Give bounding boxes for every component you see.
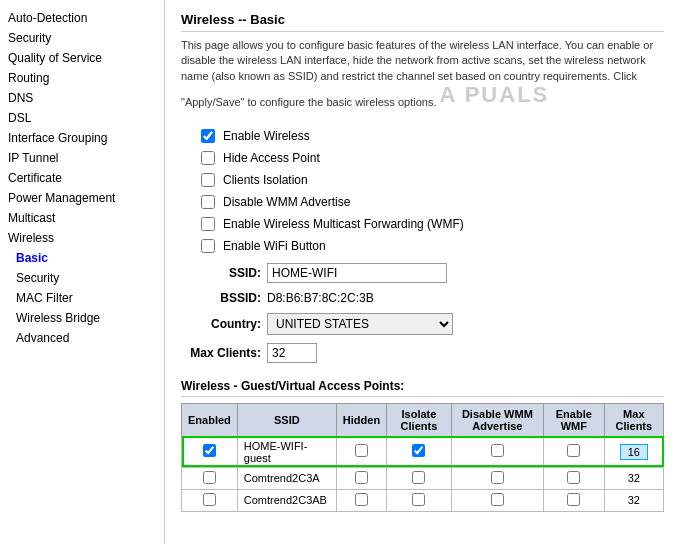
row-enabled-0[interactable]	[203, 444, 216, 457]
max-clients-label: Max Clients:	[181, 346, 261, 360]
sidebar-item-security[interactable]: Security	[0, 268, 164, 288]
sidebar-item-auto-detection[interactable]: Auto-Detection	[0, 8, 164, 28]
sidebar-item-routing[interactable]: Routing	[0, 68, 164, 88]
main-content: Wireless -- Basic This page allows you t…	[165, 0, 680, 544]
checkbox-2[interactable]	[201, 173, 215, 187]
checkbox-0[interactable]	[201, 129, 215, 143]
row-ssid-0: HOME-WIFI-guest	[237, 436, 336, 467]
bssid-row: BSSID: D8:B6:B7:8C:2C:3B	[181, 291, 664, 305]
checkbox-label-3: Disable WMM Advertise	[223, 195, 350, 209]
row-ssid-1: Comtrend2C3A	[237, 467, 336, 489]
sidebar-item-quality-of-service[interactable]: Quality of Service	[0, 48, 164, 68]
row-max-clients-input-0[interactable]	[620, 444, 648, 460]
table-header-1: SSID	[237, 403, 336, 436]
sidebar-item-mac-filter[interactable]: MAC Filter	[0, 288, 164, 308]
sidebar-item-ip-tunnel[interactable]: IP Tunnel	[0, 148, 164, 168]
country-row: Country: UNITED STATES	[181, 313, 664, 335]
sidebar-item-dns[interactable]: DNS	[0, 88, 164, 108]
checkbox-row-1: Hide Access Point	[181, 151, 664, 165]
max-clients-row: Max Clients:	[181, 343, 664, 363]
checkbox-label-2: Clients Isolation	[223, 173, 308, 187]
table-header-0: Enabled	[182, 403, 238, 436]
checkbox-label-0: Enable Wireless	[223, 129, 310, 143]
ssid-label: SSID:	[181, 266, 261, 280]
row-hidden-0[interactable]	[355, 444, 368, 457]
row-enabled-2[interactable]	[203, 493, 216, 506]
checkbox-3[interactable]	[201, 195, 215, 209]
sidebar: Auto-DetectionSecurityQuality of Service…	[0, 0, 165, 544]
watermark: A PUALS	[440, 80, 550, 111]
table-header-2: Hidden	[336, 403, 386, 436]
row-max-clients-1: 32	[604, 467, 663, 489]
sidebar-item-wireless-bridge[interactable]: Wireless Bridge	[0, 308, 164, 328]
checkbox-5[interactable]	[201, 239, 215, 253]
guest-table: EnabledSSIDHiddenIsolate ClientsDisable …	[181, 403, 664, 512]
page-title: Wireless -- Basic	[181, 12, 664, 32]
row-enabled-1[interactable]	[203, 471, 216, 484]
sidebar-item-advanced[interactable]: Advanced	[0, 328, 164, 348]
sidebar-item-security[interactable]: Security	[0, 28, 164, 48]
row-isolate-2[interactable]	[412, 493, 425, 506]
checkbox-row-4: Enable Wireless Multicast Forwarding (WM…	[181, 217, 664, 231]
table-header-row: EnabledSSIDHiddenIsolate ClientsDisable …	[182, 403, 664, 436]
checkbox-4[interactable]	[201, 217, 215, 231]
checkbox-row-0: Enable Wireless	[181, 129, 664, 143]
sidebar-item-certificate[interactable]: Certificate	[0, 168, 164, 188]
row-disable-wmm-2[interactable]	[491, 493, 504, 506]
checkbox-label-5: Enable WiFi Button	[223, 239, 326, 253]
sidebar-item-power-management[interactable]: Power Management	[0, 188, 164, 208]
row-hidden-2[interactable]	[355, 493, 368, 506]
sidebar-item-basic[interactable]: Basic	[0, 248, 164, 268]
page-description: This page allows you to configure basic …	[181, 38, 664, 115]
sidebar-item-wireless[interactable]: Wireless	[0, 228, 164, 248]
checkbox-label-1: Hide Access Point	[223, 151, 320, 165]
ssid-input[interactable]	[267, 263, 447, 283]
max-clients-input[interactable]	[267, 343, 317, 363]
table-row: HOME-WIFI-guest	[182, 436, 664, 467]
checkbox-row-5: Enable WiFi Button	[181, 239, 664, 253]
sidebar-item-multicast[interactable]: Multicast	[0, 208, 164, 228]
checkbox-1[interactable]	[201, 151, 215, 165]
table-header-3: Isolate Clients	[387, 403, 452, 436]
row-max-clients-2: 32	[604, 489, 663, 511]
country-label: Country:	[181, 317, 261, 331]
sidebar-item-dsl[interactable]: DSL	[0, 108, 164, 128]
row-enable-wmf-1[interactable]	[567, 471, 580, 484]
table-body: HOME-WIFI-guestComtrend2C3A32Comtrend2C3…	[182, 436, 664, 511]
checkbox-row-3: Disable WMM Advertise	[181, 195, 664, 209]
table-row: Comtrend2C3AB32	[182, 489, 664, 511]
table-row: Comtrend2C3A32	[182, 467, 664, 489]
checkbox-row-2: Clients Isolation	[181, 173, 664, 187]
table-header-6: Max Clients	[604, 403, 663, 436]
ssid-row: SSID:	[181, 263, 664, 283]
bssid-value: D8:B6:B7:8C:2C:3B	[267, 291, 374, 305]
row-enable-wmf-0[interactable]	[567, 444, 580, 457]
fields-section: SSID: BSSID: D8:B6:B7:8C:2C:3B Country: …	[181, 263, 664, 363]
row-isolate-1[interactable]	[412, 471, 425, 484]
row-enable-wmf-2[interactable]	[567, 493, 580, 506]
guest-section-title: Wireless - Guest/Virtual Access Points:	[181, 379, 664, 397]
table-header-5: Enable WMF	[543, 403, 604, 436]
row-disable-wmm-0[interactable]	[491, 444, 504, 457]
row-ssid-2: Comtrend2C3AB	[237, 489, 336, 511]
row-disable-wmm-1[interactable]	[491, 471, 504, 484]
country-select[interactable]: UNITED STATES	[267, 313, 453, 335]
table-header-4: Disable WMM Advertise	[451, 403, 543, 436]
row-hidden-1[interactable]	[355, 471, 368, 484]
checkbox-label-4: Enable Wireless Multicast Forwarding (WM…	[223, 217, 464, 231]
checkboxes-section: Enable WirelessHide Access PointClients …	[181, 129, 664, 253]
row-isolate-0[interactable]	[412, 444, 425, 457]
sidebar-item-interface-grouping[interactable]: Interface Grouping	[0, 128, 164, 148]
bssid-label: BSSID:	[181, 291, 261, 305]
